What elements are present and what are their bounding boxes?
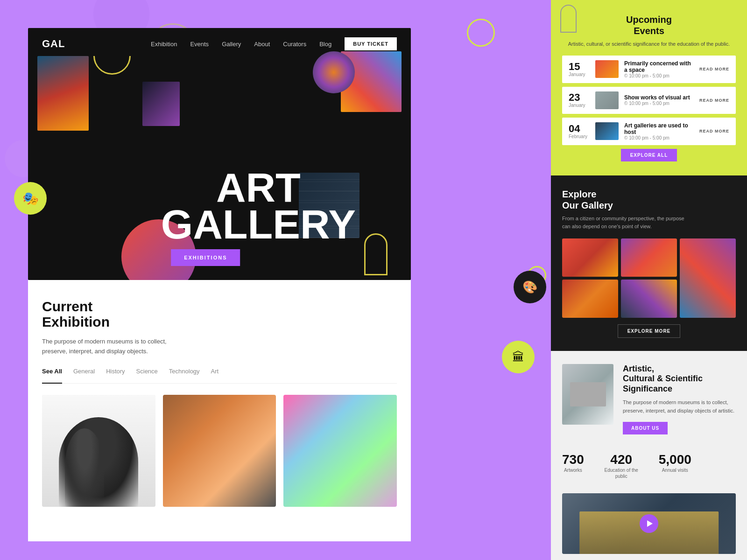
event-1-name: Primarily concerned with a space [624,60,694,73]
gallery-thumb-2[interactable] [163,395,276,507]
significance-desc: The purpose of modern museums is to coll… [623,399,736,415]
explore-gallery-section: Explore Our Gallery From a citizen or co… [551,175,747,351]
museum-badge: 🏛 [502,341,535,373]
hero-title: ART GALLERY [161,169,356,243]
event-3-read-more[interactable]: READ MORE [699,129,729,133]
event-3-name: Art galleries are used to host [624,122,694,135]
event-2-name: Show works of visual art [624,94,694,101]
video-play-button[interactable] [640,514,658,533]
exhibition-tabs: See All General History Science Technolo… [42,368,397,384]
about-us-button[interactable]: ABOUT US [623,422,668,434]
tab-see-all[interactable]: See All [42,368,62,384]
nav-gallery[interactable]: Gallery [222,41,241,48]
stat-3-label: Annual visits [659,467,691,473]
palette-icon: 🎨 [522,280,537,294]
hero-collage-1 [37,56,89,131]
buy-ticket-button[interactable]: BUY TICKET [345,37,397,50]
event-1-time: © 10:00 pm - 5:00 pm [624,73,694,78]
event-item-2: 23 January Show works of visual art © 10… [562,87,736,114]
nav-exhibition[interactable]: Exhibition [151,41,177,48]
event-1-date: 15 January [569,62,590,77]
exhibitions-button[interactable]: EXHIBITIONS [171,249,240,266]
deco-arch-top [560,5,577,33]
nav-links: Exhibition Events Gallery About Curators… [151,40,331,48]
exhibition-gallery [42,395,397,507]
event-1-thumb [595,60,619,78]
event-3-info: Art galleries are used to host © 10:00 p… [624,122,694,140]
gallery-thumb-3[interactable] [283,395,397,507]
nav-curators[interactable]: Curators [283,41,306,48]
event-3-thumb [595,122,619,140]
deco-circle-1 [467,19,495,47]
stat-2-label: Education of the public [603,467,640,479]
significance-section: Artistic, Cultural & Scientific Signific… [551,351,747,448]
drama-icon: 🎭 [22,191,39,206]
upcoming-events-desc: Artistic, cultural, or scientific signif… [562,40,736,48]
current-exhibition-title: Current Exhibition [42,299,397,329]
explore-gallery-title: Explore Our Gallery [562,189,736,211]
event-2-date: 23 January [569,92,590,108]
event-2-read-more[interactable]: READ MORE [699,98,729,103]
tab-art[interactable]: Art [211,368,219,378]
gallery-thumb-1[interactable] [42,395,155,507]
event-1-day: 15 [569,62,590,72]
event-2-day: 23 [569,92,590,103]
tab-history[interactable]: History [106,368,125,378]
event-2-month: January [569,103,590,108]
event-3-date: 04 February [569,124,590,139]
museum-icon: 🏛 [512,350,524,364]
event-3-day: 04 [569,124,590,134]
explore-more-button[interactable]: EXPLORE MORE [618,324,681,338]
video-thumbnail [562,493,736,554]
right-panel: Upcoming Events Artistic, cultural, or s… [551,0,747,560]
explore-gallery-grid [562,238,736,318]
tab-technology[interactable]: Technology [169,368,200,378]
palette-badge: 🎨 [514,271,546,303]
nav-events[interactable]: Events [190,41,209,48]
event-2-thumb [595,91,619,109]
upcoming-events-title: Upcoming Events [562,14,736,36]
significance-content: Artistic, Cultural & Scientific Signific… [623,364,736,434]
current-exhibition-section: Current Exhibition The purpose of modern… [28,280,411,541]
hero-title-line1: ART [161,169,356,206]
event-2-info: Show works of visual art © 10:00 pm - 5:… [624,94,694,106]
explore-all-button[interactable]: EXPLORE ALL [621,149,677,161]
nav-about[interactable]: About [254,41,270,48]
event-item-3: 04 February Art galleries are used to ho… [562,118,736,145]
significance-image [562,364,613,425]
event-2-time: © 10:00 pm - 5:00 pm [624,101,694,106]
site-logo: GAL [42,38,65,50]
hero-arch-bottom [364,233,388,275]
event-1-read-more[interactable]: READ MORE [699,67,729,71]
event-3-time: © 10:00 pm - 5:00 pm [624,135,694,140]
stats-section: 730 Artworks 420 Education of the public… [551,448,747,489]
nav-blog[interactable]: Blog [319,41,331,48]
event-3-month: February [569,134,590,139]
stat-1-label: Artworks [562,467,584,473]
hero-nav: GAL Exhibition Events Gallery About Cura… [28,28,411,60]
hero-section: GAL Exhibition Events Gallery About Cura… [28,28,411,280]
hero-title-line2: GALLERY [161,206,356,243]
drama-badge: 🎭 [14,182,47,215]
significance-title: Artistic, Cultural & Scientific Signific… [623,364,736,394]
video-section [551,489,747,560]
event-1-info: Primarily concerned with a space © 10:00… [624,60,694,78]
hero-collage-2 [142,82,180,126]
stat-3: 5,000 Annual visits [659,452,691,479]
explore-gallery-desc: From a citizen or community perspective,… [562,215,693,231]
gallery-cell-3[interactable] [680,238,736,318]
main-panel: GAL Exhibition Events Gallery About Cura… [28,28,411,541]
stat-3-number: 5,000 [659,452,691,467]
gallery-cell-4[interactable] [562,280,618,318]
tab-general[interactable]: General [73,368,95,378]
stat-2: 420 Education of the public [603,452,640,479]
stat-1-number: 730 [562,452,584,467]
stat-2-number: 420 [603,452,640,467]
tab-science[interactable]: Science [136,368,158,378]
gallery-cell-1[interactable] [562,238,618,277]
stat-1: 730 Artworks [562,452,584,479]
gallery-cell-5[interactable] [621,280,677,318]
gallery-cell-2[interactable] [621,238,677,277]
upcoming-events-section: Upcoming Events Artistic, cultural, or s… [551,0,747,175]
event-1-month: January [569,72,590,77]
